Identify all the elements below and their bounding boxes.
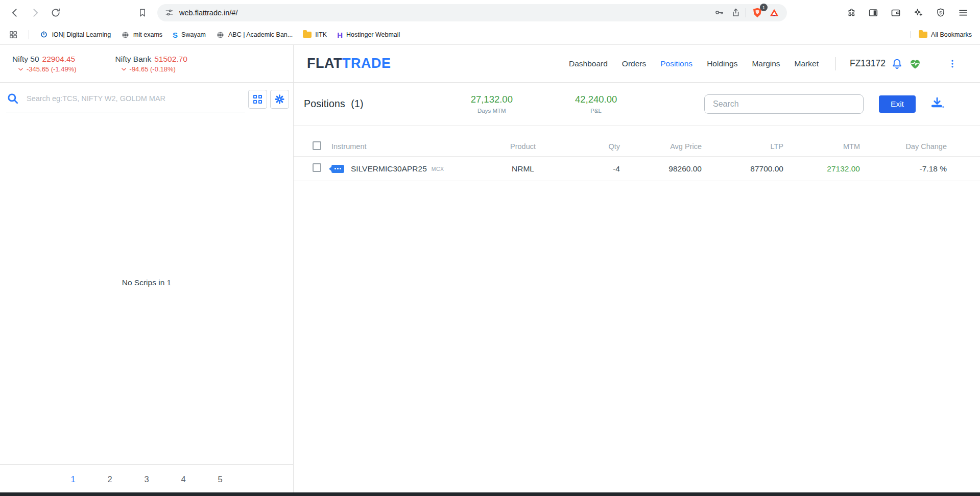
bookmark-item[interactable]: mit exams — [121, 31, 162, 39]
index-niftybank[interactable]: Nifty Bank51502.70 -94.65 (-0.18%) — [115, 55, 187, 73]
col-ltp: LTP — [707, 142, 788, 151]
nav-margins[interactable]: Margins — [752, 59, 780, 68]
apps-grid-icon[interactable] — [8, 30, 18, 40]
user-id[interactable]: FZ13172 — [850, 58, 886, 69]
brave-rewards-bat-icon[interactable] — [769, 7, 780, 18]
more-options-dots-icon[interactable] — [947, 59, 958, 69]
share-icon[interactable] — [730, 7, 740, 18]
browser-toolbar: web.flattrade.in/#/ 1 — [0, 0, 980, 25]
index-change: -94.65 (-0.18%) — [115, 65, 187, 73]
brave-shields-button[interactable]: 1 — [751, 7, 763, 19]
empty-watchlist-message: No Scrips in 1 — [122, 278, 171, 464]
site-controls-icon[interactable] — [164, 8, 174, 17]
pnl-summary: 42,240.00 P&L — [575, 94, 617, 114]
bottom-scrollbar-strip[interactable] — [0, 492, 980, 496]
folder-icon — [919, 32, 927, 38]
chevron-down-icon — [17, 66, 24, 72]
nav-dashboard[interactable]: Dashboard — [569, 59, 608, 68]
globe-icon — [121, 31, 130, 39]
position-row[interactable]: SILVERMIC30APR25 MCX NRML -4 98260.00 87… — [294, 157, 980, 181]
divider — [29, 30, 29, 39]
address-bar[interactable]: web.flattrade.in/#/ 1 — [157, 4, 787, 21]
instrument-name: SILVERMIC30APR25 — [351, 164, 427, 173]
days-mtm-summary: 27,132.00 Days MTM — [471, 94, 513, 114]
pnl-label: P&L — [575, 108, 617, 114]
page-3[interactable]: 3 — [128, 465, 165, 496]
bookmark-label: Hostinger Webmail — [346, 31, 400, 38]
qty-cell: -4 — [564, 164, 625, 173]
indices-panel: Nifty 5022904.45 -345.65 (-1.49%) Nifty … — [0, 45, 294, 82]
nav-market[interactable]: Market — [795, 59, 819, 68]
bookmark-item[interactable]: H Hostinger Webmail — [337, 31, 400, 39]
bookmark-icon — [137, 8, 148, 18]
sidebar-toggle-icon[interactable] — [868, 7, 879, 18]
page-2[interactable]: 2 — [91, 465, 128, 496]
notifications-bell-icon[interactable] — [891, 57, 903, 70]
wallet-icon[interactable] — [890, 7, 901, 18]
content: No Scrips in 1 1 2 3 4 5 Positions (1) 2… — [0, 83, 980, 496]
page-1[interactable]: 1 — [55, 465, 91, 496]
bookmark-item[interactable]: ABC | Academic Ban... — [216, 31, 293, 39]
reload-icon — [50, 7, 61, 18]
bookmarks-bar: iON| Digital Learning mit exams S Swayam… — [0, 25, 980, 45]
index-name: Nifty 50 — [12, 55, 39, 63]
flattrade-logo[interactable]: FLATTRADE — [307, 56, 391, 71]
bookmark-item[interactable]: S Swayam — [173, 31, 206, 39]
watchlist-empty-area: No Scrips in 1 — [0, 112, 293, 464]
nav-positions[interactable]: Positions — [660, 59, 692, 68]
index-name-value: Nifty 5022904.45 — [12, 55, 77, 64]
positions-title: Positions (1) — [304, 98, 364, 110]
positions-panel: Positions (1) 27,132.00 Days MTM 42,240.… — [294, 83, 980, 496]
watchlist-pagination: 1 2 3 4 5 — [0, 464, 293, 496]
col-product: Product — [482, 142, 564, 151]
watchlist-settings-button[interactable] — [270, 90, 289, 109]
index-value: 51502.70 — [154, 55, 187, 63]
exit-button[interactable]: Exit — [879, 95, 916, 113]
health-heart-pulse-icon[interactable] — [909, 57, 922, 70]
download-button[interactable] — [930, 96, 944, 112]
folder-icon — [303, 32, 312, 38]
row-checkbox[interactable] — [313, 163, 321, 172]
password-key-icon[interactable] — [714, 7, 725, 18]
select-all-checkbox[interactable] — [313, 141, 321, 150]
main-nav: Dashboard Orders Positions Holdings Marg… — [569, 57, 958, 70]
app-header: Nifty 5022904.45 -345.65 (-1.49%) Nifty … — [0, 45, 980, 83]
extensions-icon[interactable] — [845, 7, 856, 18]
ltp-cell: 87700.00 — [707, 164, 788, 173]
grid-icon — [253, 95, 262, 104]
index-change: -345.65 (-1.49%) — [12, 65, 77, 73]
leo-ai-sparkle-icon[interactable] — [913, 7, 924, 18]
scrip-search-row — [0, 83, 293, 112]
col-avg-price: Avg Price — [625, 142, 707, 151]
scrip-search-input[interactable] — [26, 94, 245, 103]
menu-hamburger-icon[interactable] — [958, 7, 969, 18]
header-right: FLATTRADE Dashboard Orders Positions Hol… — [294, 45, 980, 82]
bookmark-item[interactable]: iON| Digital Learning — [39, 30, 111, 39]
positions-search-input[interactable] — [704, 94, 864, 114]
watchlist-grid-button[interactable] — [248, 90, 267, 109]
back-button[interactable] — [6, 4, 23, 21]
shields-badge: 1 — [760, 4, 768, 11]
reload-button[interactable] — [47, 4, 64, 21]
nav-orders[interactable]: Orders — [622, 59, 646, 68]
nav-holdings[interactable]: Holdings — [707, 59, 737, 68]
day-change-cell: -7.18 % — [865, 164, 952, 173]
browser-window: web.flattrade.in/#/ 1 iON| Digital Learn… — [0, 0, 980, 496]
forward-button[interactable] — [27, 4, 44, 21]
pnl-value: 42,240.00 — [575, 94, 617, 105]
vpn-shield-icon[interactable] — [935, 7, 946, 18]
bookmark-label: Swayam — [181, 31, 206, 38]
page-5[interactable]: 5 — [202, 465, 238, 496]
bookmark-label: mit exams — [133, 31, 162, 38]
swayam-logo: S — [173, 31, 178, 39]
bookmark-folder[interactable]: IITK — [303, 31, 327, 38]
all-bookmarks-button[interactable]: All Bookmarks — [910, 31, 972, 38]
chat-bubble-icon[interactable] — [331, 165, 344, 173]
url-text[interactable]: web.flattrade.in/#/ — [179, 9, 709, 17]
index-nifty50[interactable]: Nifty 5022904.45 -345.65 (-1.49%) — [12, 55, 77, 73]
positions-table: Instrument Product Qty Avg Price LTP MTM… — [294, 136, 980, 181]
col-day-change: Day Change — [865, 142, 952, 151]
search-field-wrap — [6, 92, 245, 112]
page-4[interactable]: 4 — [165, 465, 202, 496]
bookmark-this-tab-button[interactable] — [134, 4, 151, 21]
